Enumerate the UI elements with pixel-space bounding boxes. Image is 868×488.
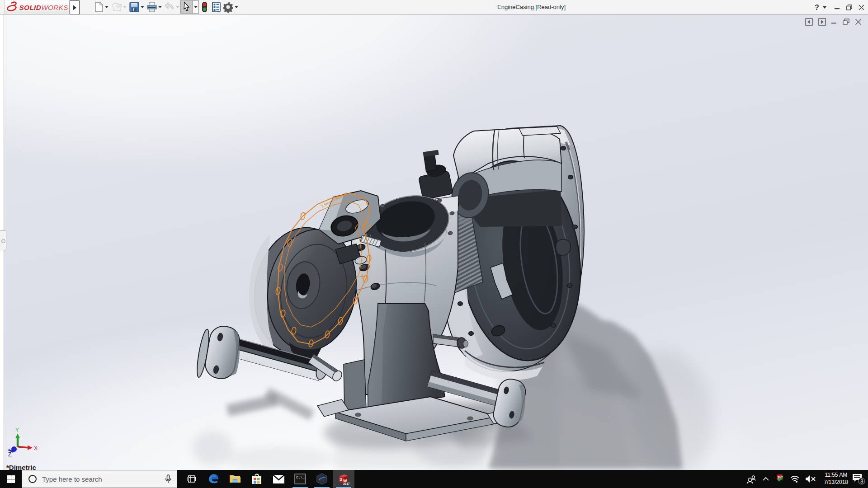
svg-text:S: S [340, 477, 342, 482]
svg-text:?: ? [815, 4, 819, 11]
svg-text:2017: 2017 [343, 482, 350, 485]
svg-text:3: 3 [860, 479, 863, 485]
svg-text:Z: Z [8, 451, 11, 458]
svg-text:X: X [34, 445, 38, 451]
svg-text:Y: Y [15, 427, 19, 433]
svg-text:SOLIDWORKS: SOLIDWORKS [19, 4, 69, 11]
